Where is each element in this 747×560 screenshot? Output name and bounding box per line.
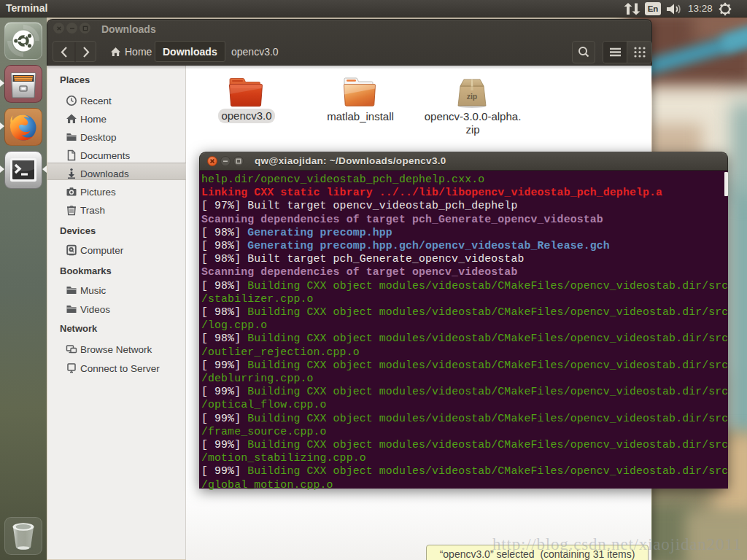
svg-text:zip: zip	[467, 92, 478, 101]
